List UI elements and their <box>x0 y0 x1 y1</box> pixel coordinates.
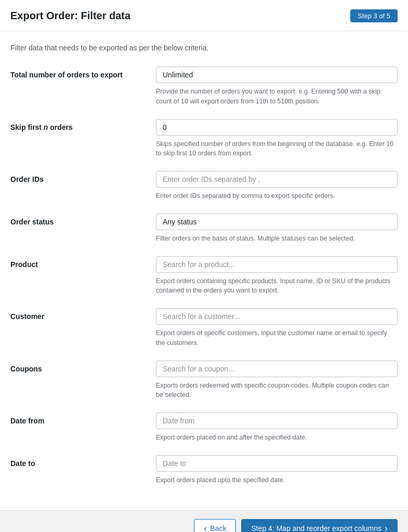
field-date-from: Export orders placed on and after the sp… <box>156 413 398 443</box>
form-row-customer: Customer Export orders of specific custo… <box>10 308 398 348</box>
page-header: Export Order: Filter data Step 3 of 5 <box>0 0 408 31</box>
field-product: Export orders containing specific produc… <box>156 256 398 296</box>
hint-coupons: Exports orders redeemed with specific co… <box>156 381 398 401</box>
back-button[interactable]: Back <box>194 519 236 533</box>
page-content: Filter data that needs to be exported as… <box>0 31 408 510</box>
form-row-date-from: Date from Export orders placed on and af… <box>10 413 398 443</box>
field-total-orders: Provide the number of orders you want to… <box>156 66 398 107</box>
field-coupons: Exports orders redeemed with specific co… <box>156 361 398 401</box>
hint-total-orders: Provide the number of orders you want to… <box>156 87 398 107</box>
input-order-ids[interactable] <box>156 171 398 188</box>
field-order-ids: Enter order IDs separated by comma to ex… <box>156 171 398 201</box>
hint-order-status: Filter orders on the basis of status. Mu… <box>156 234 398 244</box>
form-row-skip-orders: Skip first n orders Skips specified numb… <box>10 119 398 159</box>
label-skip-orders: Skip first n orders <box>10 119 156 131</box>
field-customer: Export orders of specific customers. Inp… <box>156 308 398 348</box>
step-badge: Step 3 of 5 <box>350 9 398 22</box>
input-date-to[interactable] <box>156 455 398 472</box>
hint-order-ids: Enter order IDs separated by comma to ex… <box>156 191 398 201</box>
field-date-to: Export orders placed upto the specified … <box>156 455 398 485</box>
page-description: Filter data that needs to be exported as… <box>10 44 398 52</box>
back-button-label: Back <box>210 524 226 533</box>
form-row-product: Product Export orders containing specifi… <box>10 256 398 296</box>
label-order-status: Order status <box>10 214 156 226</box>
input-coupons[interactable] <box>156 361 398 377</box>
hint-skip-orders: Skips specified number of orders from th… <box>156 139 398 159</box>
hint-customer: Export orders of specific customers. Inp… <box>156 328 398 348</box>
page-wrapper: Export Order: Filter data Step 3 of 5 Fi… <box>0 0 408 532</box>
field-skip-orders: Skips specified number of orders from th… <box>156 119 398 159</box>
form-row-date-to: Date to Export orders placed upto the sp… <box>10 455 398 485</box>
label-total-orders: Total number of orders to export <box>10 66 156 79</box>
field-order-status: Filter orders on the basis of status. Mu… <box>156 214 398 244</box>
label-product: Product <box>10 256 156 269</box>
label-date-to: Date to <box>10 455 156 468</box>
label-customer: Customer <box>10 308 156 321</box>
page-title: Export Order: Filter data <box>10 10 130 22</box>
chevron-right-icon <box>385 524 388 533</box>
input-product[interactable] <box>156 256 398 273</box>
input-total-orders[interactable] <box>156 66 398 83</box>
page-footer: Back Step 4: Map and reorder export colu… <box>0 510 408 533</box>
form-row-coupons: Coupons Exports orders redeemed with spe… <box>10 361 398 401</box>
input-order-status[interactable] <box>156 214 398 230</box>
label-order-ids: Order IDs <box>10 171 156 183</box>
form-row-total-orders: Total number of orders to export Provide… <box>10 66 398 107</box>
form-row-order-ids: Order IDs Enter order IDs separated by c… <box>10 171 398 201</box>
hint-date-from: Export orders placed on and after the sp… <box>156 433 398 443</box>
next-button-label: Step 4: Map and reorder export columns <box>251 524 381 533</box>
label-date-from: Date from <box>10 413 156 425</box>
hint-product: Export orders containing specific produc… <box>156 276 398 296</box>
input-customer[interactable] <box>156 308 398 325</box>
input-skip-orders[interactable] <box>156 119 398 136</box>
hint-date-to: Export orders placed upto the specified … <box>156 475 398 485</box>
input-date-from[interactable] <box>156 413 398 429</box>
next-button[interactable]: Step 4: Map and reorder export columns <box>241 519 398 533</box>
form-row-order-status: Order status Filter orders on the basis … <box>10 214 398 244</box>
chevron-left-icon <box>204 524 207 533</box>
label-coupons: Coupons <box>10 361 156 373</box>
